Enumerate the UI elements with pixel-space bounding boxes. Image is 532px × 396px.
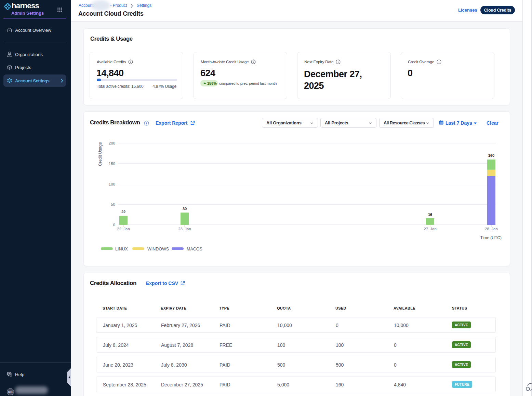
svg-text:WINDOWS: WINDOWS: [147, 247, 169, 251]
svg-text:200: 200: [109, 141, 115, 145]
svg-text:22: 22: [121, 210, 125, 214]
svg-text:22. Jan: 22. Jan: [117, 227, 130, 231]
svg-text:50: 50: [111, 202, 115, 206]
svg-text:23. Jan: 23. Jan: [178, 227, 191, 231]
svg-text:30: 30: [183, 207, 187, 211]
svg-text:27. Jan: 27. Jan: [424, 227, 437, 231]
svg-text:LINUX: LINUX: [115, 247, 128, 251]
svg-text:160: 160: [488, 153, 494, 158]
svg-text:MACOS: MACOS: [187, 247, 202, 251]
svg-text:Credit Usage: Credit Usage: [98, 142, 103, 166]
svg-text:16: 16: [428, 213, 432, 217]
svg-text:28. Jan: 28. Jan: [485, 227, 498, 231]
svg-text:100: 100: [109, 182, 115, 186]
svg-text:?: ?: [9, 372, 10, 375]
svg-text:Time (UTC): Time (UTC): [480, 235, 502, 240]
svg-text:150: 150: [109, 162, 115, 166]
svg-text:0: 0: [113, 223, 115, 227]
